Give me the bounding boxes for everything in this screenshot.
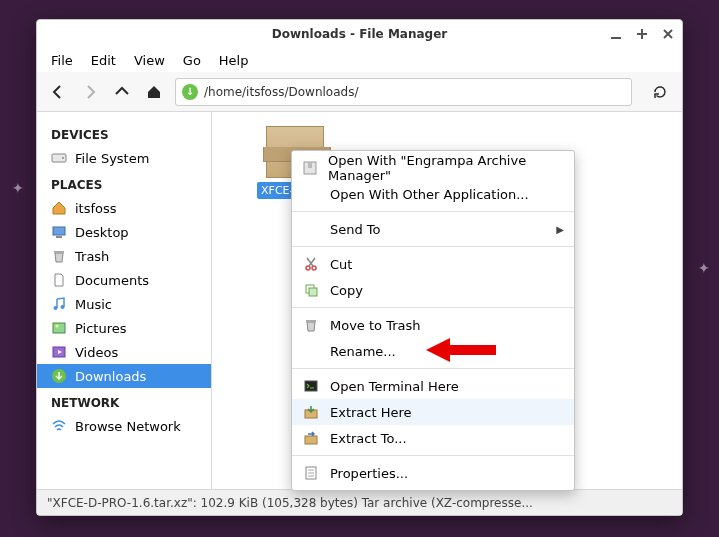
sidebar-item-pictures[interactable]: Pictures [37,316,211,340]
ctx-extract-to[interactable]: Extract To... [292,425,574,451]
sidebar-heading-network: NETWORK [37,388,211,414]
sidebar-item-browse-network[interactable]: Browse Network [37,414,211,438]
sidebar-item-label: itsfoss [75,201,117,216]
ctx-label: Copy [330,283,363,298]
properties-icon [302,464,320,482]
close-button[interactable] [660,26,676,42]
ctx-label: Extract To... [330,431,407,446]
menubar: File Edit View Go Help [37,48,682,72]
menu-view[interactable]: View [126,50,173,71]
archive-app-icon [302,159,318,177]
ctx-label: Rename... [330,344,396,359]
trash-icon [51,248,67,264]
svg-rect-12 [53,323,65,333]
window-title: Downloads - File Manager [272,27,447,41]
ctx-move-to-trash[interactable]: Move to Trash [292,312,574,338]
sidebar-item-label: Pictures [75,321,126,336]
ctx-label: Move to Trash [330,318,421,333]
menu-edit[interactable]: Edit [83,50,124,71]
svg-point-10 [54,306,58,310]
reload-button[interactable] [648,80,672,104]
extract-to-icon [302,429,320,447]
svg-rect-23 [305,381,317,391]
extract-here-icon [302,403,320,421]
sidebar-item-trash[interactable]: Trash [37,244,211,268]
svg-point-13 [56,325,59,328]
sidebar-item-label: File System [75,151,149,166]
sidebar-item-label: Desktop [75,225,129,240]
ctx-label: Cut [330,257,352,272]
ctx-rename[interactable]: Rename... [292,338,574,364]
sidebar-item-music[interactable]: Music [37,292,211,316]
desktop-star: ✦ [12,180,24,196]
ctx-cut[interactable]: Cut [292,251,574,277]
download-path-icon [182,84,198,100]
svg-rect-22 [306,320,316,322]
maximize-button[interactable] [634,26,650,42]
location-bar[interactable]: /home/itsfoss/Downloads/ [175,78,632,106]
svg-point-18 [306,266,310,270]
ctx-label: Open With "Engrampa Archive Manager" [328,153,564,183]
sidebar-item-label: Music [75,297,112,312]
ctx-open-terminal[interactable]: Open Terminal Here [292,373,574,399]
sidebar-item-label: Browse Network [75,419,181,434]
svg-rect-8 [56,236,62,238]
svg-rect-21 [309,288,317,296]
terminal-icon [302,377,320,395]
back-button[interactable] [47,81,69,103]
svg-rect-9 [54,251,64,253]
svg-point-11 [61,305,65,309]
ctx-extract-here[interactable]: Extract Here [292,399,574,425]
sidebar-heading-devices: DEVICES [37,120,211,146]
music-icon [51,296,67,312]
svg-rect-17 [308,162,312,168]
home-button[interactable] [143,81,165,103]
drive-icon [51,150,67,166]
documents-icon [51,272,67,288]
minimize-button[interactable] [608,26,624,42]
ctx-separator [292,307,574,308]
ctx-open-with-other[interactable]: Open With Other Application... [292,181,574,207]
statusbar: "XFCE-D-PRO-1.6.tar.xz": 102.9 KiB (105,… [37,489,682,515]
sidebar-item-filesystem[interactable]: File System [37,146,211,170]
downloads-icon [51,368,67,384]
videos-icon [51,344,67,360]
ctx-label: Extract Here [330,405,412,420]
ctx-separator [292,246,574,247]
sidebar-item-label: Documents [75,273,149,288]
titlebar[interactable]: Downloads - File Manager [37,20,682,48]
svg-rect-25 [305,436,317,444]
sidebar-item-desktop[interactable]: Desktop [37,220,211,244]
wifi-icon [51,418,67,434]
sidebar-item-downloads[interactable]: Downloads [37,364,211,388]
ctx-label: Open Terminal Here [330,379,459,394]
ctx-copy[interactable]: Copy [292,277,574,303]
ctx-separator [292,455,574,456]
sidebar-item-home[interactable]: itsfoss [37,196,211,220]
ctx-send-to[interactable]: Send To [292,216,574,242]
menu-help[interactable]: Help [211,50,257,71]
menu-go[interactable]: Go [175,50,209,71]
up-button[interactable] [111,81,133,103]
svg-point-19 [312,266,316,270]
copy-icon [302,281,320,299]
ctx-label: Send To [330,222,381,237]
desktop-icon [51,224,67,240]
sidebar-item-label: Downloads [75,369,146,384]
trash-icon [302,316,320,334]
location-text: /home/itsfoss/Downloads/ [204,85,358,99]
pictures-icon [51,320,67,336]
ctx-properties[interactable]: Properties... [292,460,574,486]
svg-point-6 [62,157,64,159]
sidebar-item-documents[interactable]: Documents [37,268,211,292]
ctx-label: Open With Other Application... [330,187,529,202]
sidebar-item-label: Videos [75,345,118,360]
menu-file[interactable]: File [43,50,81,71]
forward-button[interactable] [79,81,101,103]
ctx-open-with-engrampa[interactable]: Open With "Engrampa Archive Manager" [292,155,574,181]
home-icon [51,200,67,216]
sidebar-item-videos[interactable]: Videos [37,340,211,364]
sidebar-item-label: Trash [75,249,109,264]
context-menu: Open With "Engrampa Archive Manager" Ope… [291,150,575,491]
svg-rect-7 [53,227,65,235]
